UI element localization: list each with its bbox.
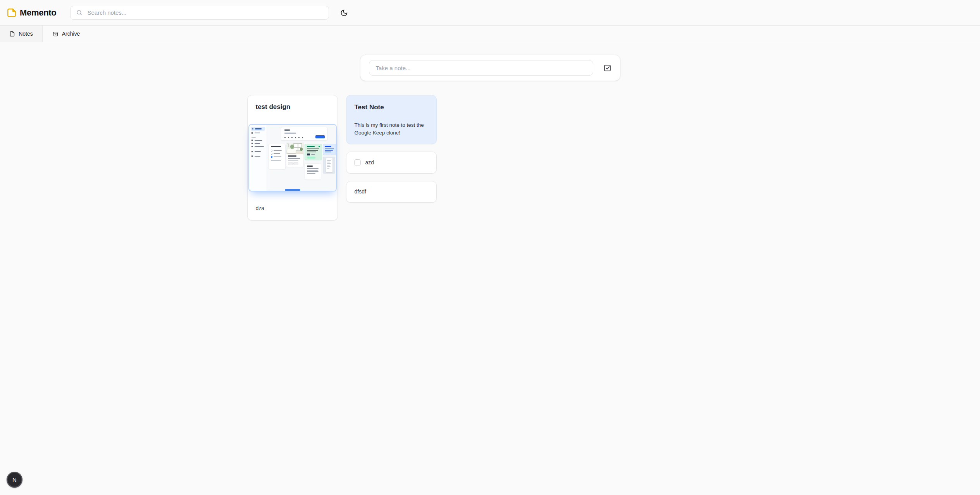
check-square-icon [603,64,611,72]
archive-icon [53,31,59,37]
note-body: dza [256,205,329,212]
checklist-item-label: azd [365,159,374,166]
note-body: dfsdf [355,188,366,195]
app-title: Memento [20,8,56,18]
board-column-1: test design [247,95,338,221]
search-icon [76,9,83,16]
avatar-initial: N [12,476,17,483]
view-tabs: Notes Archive [0,26,980,42]
note-card-test-design[interactable]: test design [247,95,338,221]
tab-notes-label: Notes [19,31,33,37]
take-a-note-input[interactable] [369,60,593,76]
thumbnail-scrollbar [285,189,300,191]
tab-archive-label: Archive [62,31,80,37]
note-title: Test Note [355,103,428,111]
search-input[interactable] [86,9,323,16]
file-icon [9,31,15,37]
new-checklist-button[interactable] [603,64,611,72]
thumbnail-sidebar [249,125,267,191]
tab-archive[interactable]: Archive [43,26,90,42]
moon-icon [340,9,348,17]
note-composer [360,55,620,81]
search-bar [70,6,329,20]
board-column-2: Test Note This is my first note to test … [346,95,437,203]
app-header: Memento [0,0,980,26]
tab-notes[interactable]: Notes [0,26,43,42]
sticky-note-icon [7,8,17,18]
brand: Memento [7,8,56,18]
note-card-test-note[interactable]: Test Note This is my first note to test … [346,95,437,144]
checklist-checkbox[interactable] [354,159,361,166]
note-card-dfsdf[interactable]: dfsdf [346,181,437,203]
note-title: test design [248,103,338,111]
note-image-thumbnail [248,124,337,191]
thumbnail-composer [281,127,327,141]
notes-board: test design [247,95,733,221]
user-avatar[interactable]: N [7,472,22,488]
note-card-azd[interactable]: azd [346,152,437,174]
theme-toggle-button[interactable] [337,6,351,20]
note-body: This is my first note to test the Google… [355,121,428,137]
